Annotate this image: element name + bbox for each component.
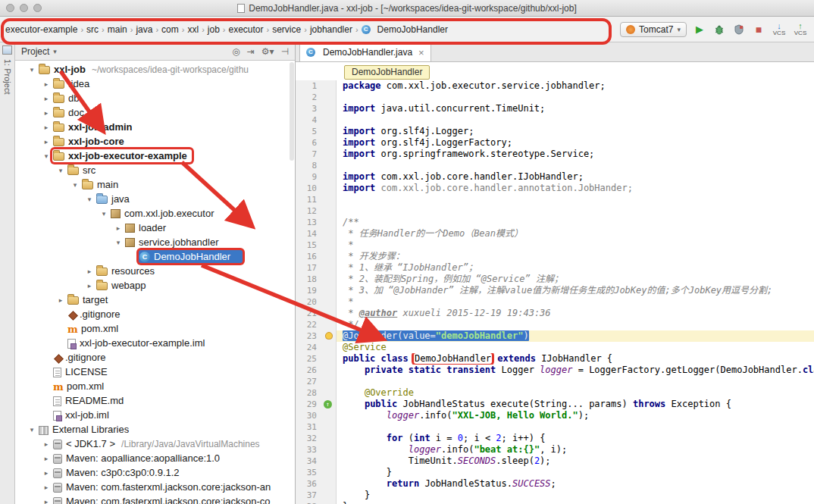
code-line[interactable]: 21 * @author xuxueli 2015-12-19 19:43:36	[296, 308, 814, 319]
code-line[interactable]: 11	[296, 194, 814, 205]
line-number[interactable]: 1	[296, 80, 321, 92]
breadcrumb-item-job[interactable]: job	[205, 23, 222, 36]
close-window-button[interactable]	[6, 4, 14, 12]
expand-icon[interactable]: ▸	[83, 282, 95, 290]
tree-item-content[interactable]: xxl-job~/workspaces/idea-git-workspace/g…	[38, 63, 253, 76]
tree-item-loader[interactable]: ▸loader	[15, 221, 295, 235]
code-line[interactable]: 2	[296, 92, 814, 103]
code-line[interactable]: 8	[296, 160, 814, 171]
debug-button[interactable]	[712, 23, 726, 36]
line-number[interactable]: 26	[296, 365, 321, 376]
tree-item-content[interactable]: xxl-job-core	[52, 135, 129, 148]
collapse-icon[interactable]: ▾	[83, 196, 95, 203]
code-line[interactable]: 27	[296, 376, 814, 387]
line-number[interactable]: 8	[296, 160, 321, 171]
code-line[interactable]: 4	[296, 114, 814, 126]
collapse-icon[interactable]: ▾	[26, 66, 38, 74]
line-number[interactable]: 22	[296, 319, 321, 330]
line-number[interactable]: 24	[296, 342, 321, 353]
line-number[interactable]: 12	[296, 205, 321, 217]
vcs-commit-button[interactable]: ↑ VCS	[793, 22, 808, 36]
code-line[interactable]: 29↑ public JobHandleStatus execute(Strin…	[296, 399, 814, 410]
line-number[interactable]: 14	[296, 228, 321, 239]
run-button[interactable]: ▶	[693, 23, 706, 36]
tree-item-license[interactable]: LICENSE	[15, 365, 295, 379]
tree-item-xxl-job-iml[interactable]: xxl-job.iml	[15, 408, 295, 422]
tree-item-service-jobhandler[interactable]: ▾service.jobhandler	[15, 235, 295, 249]
breadcrumb-item-com[interactable]: com	[159, 23, 181, 36]
tree-item-content[interactable]: README.md	[52, 394, 128, 407]
tree-item-content[interactable]: DemoJobHandler	[139, 250, 243, 263]
code-line[interactable]: 22 */	[296, 319, 814, 330]
tree-item-content[interactable]: src	[67, 164, 100, 177]
minimize-window-button[interactable]	[20, 4, 28, 12]
editor-breadcrumb[interactable]: DemoJobHandler	[344, 65, 430, 80]
tree-item-maven-com-fasterxml-jackson-core-jackson-co[interactable]: ▸Maven: com.fasterxml.jackson.core:jacks…	[15, 494, 295, 504]
line-number[interactable]: 18	[296, 274, 321, 285]
expand-icon[interactable]: ▸	[40, 109, 52, 117]
code-line[interactable]: 17 * 1、继承 “IJobHandler”；	[296, 262, 814, 274]
tree-item--gitignore[interactable]: .gitignore	[15, 350, 295, 365]
collapse-all-icon[interactable]: ⇥	[247, 46, 255, 57]
line-number[interactable]: 6	[296, 137, 321, 149]
code-line[interactable]: 20 *	[296, 296, 814, 308]
code-line[interactable]: 3import java.util.concurrent.TimeUnit;	[296, 103, 814, 114]
tree-item-xxl-job-executor-example-iml[interactable]: xxl-job-executor-example.iml	[15, 336, 295, 350]
stop-button[interactable]: ■	[752, 23, 765, 36]
tree-item-webapp[interactable]: ▸webapp	[15, 278, 295, 293]
line-number[interactable]: 35	[296, 467, 321, 478]
code-line[interactable]: 36 return JobHandleStatus.SUCCESS;	[296, 478, 814, 490]
collapse-icon[interactable]: ▾	[69, 181, 81, 189]
tree-item-content[interactable]: Maven: com.fasterxml.jackson.core:jackso…	[52, 481, 275, 493]
code-line[interactable]: 35 }	[296, 467, 814, 478]
line-number[interactable]: 37	[296, 490, 321, 501]
code-line[interactable]: 5import org.slf4j.Logger;	[296, 126, 814, 137]
expand-icon[interactable]: ▸	[40, 124, 52, 131]
line-number[interactable]: 4	[296, 114, 321, 126]
code-line[interactable]: 15 *	[296, 239, 814, 251]
collapse-icon[interactable]: ▾	[112, 239, 124, 246]
tree-item-content[interactable]: main	[81, 178, 123, 191]
line-number[interactable]: 28	[296, 387, 321, 399]
code-line[interactable]: 38}	[296, 501, 814, 504]
breadcrumb-item-executor[interactable]: executor	[226, 23, 265, 36]
breadcrumb-item-src[interactable]: src	[84, 23, 101, 36]
project-tool-window-icon[interactable]	[2, 45, 12, 55]
expand-icon[interactable]: ▸	[40, 95, 52, 102]
breadcrumb-item-service[interactable]: service	[270, 23, 303, 36]
tree-item-content[interactable]: .gitignore	[67, 308, 124, 321]
tree-item-content[interactable]: xxl-job-executor-example.iml	[67, 337, 209, 349]
tree-item-xxl-job-admin[interactable]: ▸xxl-job-admin	[15, 120, 295, 134]
expand-icon[interactable]: ▸	[40, 469, 52, 477]
tree-item--gitignore[interactable]: .gitignore	[15, 307, 295, 321]
expand-icon[interactable]: ▸	[83, 268, 95, 275]
tree-item-content[interactable]: java	[95, 193, 134, 205]
tree-item-maven-com-fasterxml-jackson-core-jackson-an[interactable]: ▸Maven: com.fasterxml.jackson.core:jacks…	[15, 480, 295, 494]
expand-icon[interactable]: ▸	[40, 455, 52, 462]
collapse-icon[interactable]: ▾	[55, 167, 67, 174]
collapse-icon[interactable]: ▾	[98, 210, 110, 218]
code-line[interactable]: 13/**	[296, 217, 814, 228]
tree-item-db[interactable]: ▸db	[15, 91, 295, 105]
code-line[interactable]: 37 }	[296, 490, 814, 501]
code-line[interactable]: 19 * 3、加 “@JobHander” 注解，注解value值为新增任务生成…	[296, 285, 814, 296]
tree-item-content[interactable]: Maven: aopalliance:aopalliance:1.0	[52, 452, 224, 465]
expand-icon[interactable]: ▸	[112, 224, 124, 232]
expand-icon[interactable]: ▸	[40, 484, 52, 491]
expand-icon[interactable]: ▸	[40, 498, 52, 504]
code-line[interactable]: 33 logger.info("beat at:{}", i);	[296, 444, 814, 455]
code-line[interactable]: 14 * 任务Handler的一个Demo（Bean模式）	[296, 228, 814, 239]
expand-icon[interactable]: ▸	[55, 296, 67, 304]
code-line[interactable]: 18 * 2、装配到Spring，例如加 “@Service” 注解；	[296, 274, 814, 285]
breadcrumb-item-executor-example[interactable]: executor-example	[3, 23, 80, 36]
tree-item-content[interactable]: Maven: com.fasterxml.jackson.core:jackso…	[52, 495, 274, 504]
collapse-icon[interactable]: ▾	[40, 152, 52, 160]
tree-item-demojobhandler[interactable]: DemoJobHandler	[15, 249, 295, 264]
code-line[interactable]: 31	[296, 421, 814, 433]
breadcrumb-item-xxl[interactable]: xxl	[185, 23, 201, 36]
override-icon[interactable]: ↑	[324, 400, 332, 409]
tree-item-readme-md[interactable]: README.md	[15, 393, 295, 408]
tree-item-content[interactable]: Maven: c3p0:c3p0:0.9.1.2	[52, 466, 184, 479]
line-number[interactable]: 3	[296, 103, 321, 114]
code-line[interactable]: 30 logger.info("XXL-JOB, Hello World.");	[296, 410, 814, 421]
